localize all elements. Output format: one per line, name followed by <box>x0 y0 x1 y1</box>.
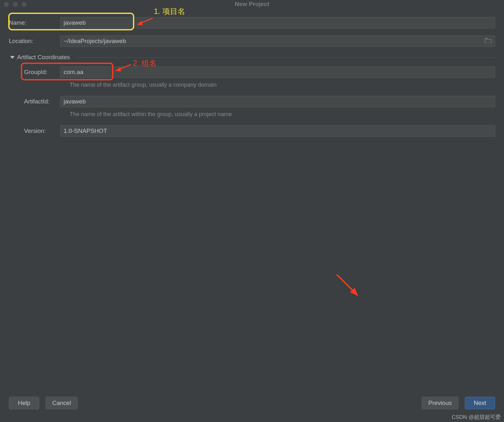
row-groupid: GroupId: <box>9 66 495 78</box>
artifact-coordinates-header[interactable]: Artifact Coordinates <box>10 54 495 61</box>
traffic-lights <box>4 2 27 7</box>
browse-folder-icon[interactable] <box>485 38 492 45</box>
help-button[interactable]: Help <box>9 397 39 409</box>
name-label: Name: <box>9 19 60 26</box>
artifactid-field-wrapper <box>60 96 495 107</box>
location-label: Location: <box>9 38 60 45</box>
next-button[interactable]: Next <box>465 397 495 409</box>
groupid-field-wrapper <box>60 66 495 78</box>
artifactid-label: ArtifactId: <box>9 98 60 105</box>
maximize-window-icon[interactable] <box>22 2 27 7</box>
location-field-wrapper <box>60 35 495 47</box>
cancel-button[interactable]: Cancel <box>46 397 78 409</box>
row-name: Name: <box>9 17 495 28</box>
arrow-icon <box>334 271 362 300</box>
watermark: CSDN @超甜超可爱 <box>452 413 501 421</box>
version-label: Version: <box>9 127 60 134</box>
section-divider <box>75 57 495 58</box>
name-field-wrapper <box>60 17 495 28</box>
svg-line-4 <box>337 275 355 292</box>
row-location: Location: <box>9 35 495 47</box>
minimize-window-icon[interactable] <box>13 2 18 7</box>
location-input[interactable] <box>64 38 485 45</box>
form-area: Name: Location: Artifact Coordinates Gro… <box>0 9 504 137</box>
name-input[interactable] <box>64 19 492 26</box>
previous-button[interactable]: Previous <box>422 397 458 409</box>
groupid-hint: The name of the artifact group, usually … <box>70 82 495 88</box>
row-artifactid: ArtifactId: <box>9 96 495 107</box>
artifactid-input[interactable] <box>64 98 492 105</box>
groupid-input[interactable] <box>64 69 492 76</box>
groupid-label: GroupId: <box>9 69 60 76</box>
button-bar: Help Cancel Previous Next <box>0 397 504 409</box>
version-input[interactable] <box>64 127 492 134</box>
svg-marker-5 <box>350 288 358 296</box>
chevron-down-icon <box>10 56 15 59</box>
artifactid-hint: The name of the artifact within the grou… <box>70 111 495 118</box>
artifact-coordinates-title: Artifact Coordinates <box>17 54 70 61</box>
version-field-wrapper <box>60 125 495 137</box>
row-version: Version: <box>9 125 495 137</box>
window-title: New Project <box>235 1 269 8</box>
close-window-icon[interactable] <box>4 2 9 7</box>
